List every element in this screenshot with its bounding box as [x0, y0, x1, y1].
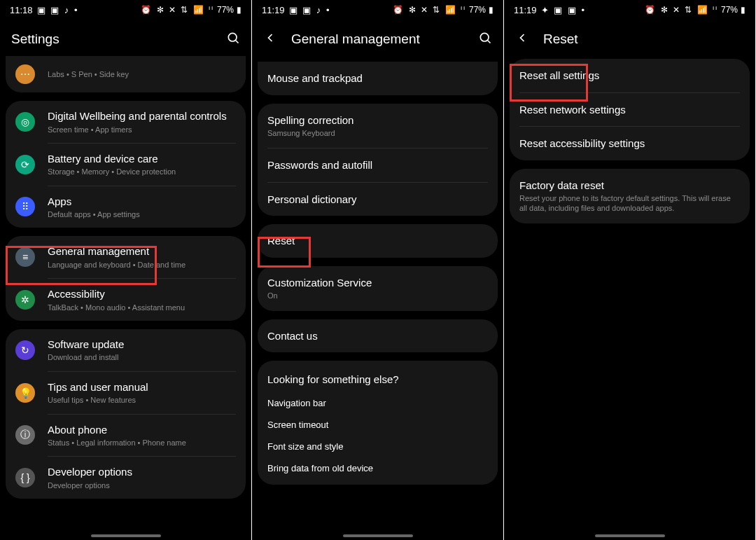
status-bar: 11:18 ▣ ▣ ♪ • ⏰ ✻ ✕ ⇅ 📶 ᴵᴵ 77% ▮ [0, 0, 251, 20]
page-title: Reset [543, 32, 744, 47]
battery-pct: 77% [721, 5, 738, 15]
row-sub: Status • Legal information • Phone name [48, 438, 236, 448]
row-reset-accessibility-settings[interactable]: Reset accessibility settings [510, 127, 750, 160]
digital-wellbeing-and-parental-controls-icon: ◎ [15, 112, 35, 132]
back-button[interactable] [515, 31, 529, 48]
row-sub: Language and keyboard • Date and time [48, 260, 236, 270]
battery-pct: 77% [469, 5, 486, 15]
status-left-icons: ✦ ▣ ▣ • [541, 5, 586, 15]
row-sub: On [267, 291, 488, 300]
row-sub: Screen time • App timers [48, 125, 236, 134]
nav-handle[interactable] [595, 534, 665, 537]
row-title: Reset [267, 234, 488, 248]
battery-and-device-care-icon: ⟳ [15, 155, 35, 174]
row-title: Tips and user manual [48, 380, 236, 394]
settings-row-general-management[interactable]: ≡General managementLanguage and keyboard… [6, 236, 246, 278]
row-title: Accessibility [48, 287, 236, 301]
row-reset-all-settings[interactable]: Reset all settings [510, 59, 750, 92]
battery-pct: 77% [217, 5, 234, 15]
row-sub: TalkBack • Mono audio • Assistant menu [48, 303, 236, 312]
settings-card-c: ↻Software updateDownload and install💡Tip… [6, 329, 246, 499]
row-title: Reset all settings [519, 69, 740, 83]
row-title: Reset network settings [519, 103, 740, 117]
settings-card-partial: ⋯ Labs • S Pen • Side key [6, 56, 246, 92]
suggestion-navigation-bar[interactable]: Navigation bar [258, 392, 498, 414]
row-reset-network-settings[interactable]: Reset network settings [510, 93, 750, 127]
settings-row-battery-and-device-care[interactable]: ⟳Battery and device careStorage • Memory… [6, 144, 246, 186]
row-title: Mouse and trackpad [267, 71, 488, 85]
settings-row-developer-options[interactable]: { }Developer optionsDeveloper options [6, 457, 246, 499]
search-icon[interactable] [226, 31, 240, 48]
suggestion-font-size-and-style[interactable]: Font size and style [258, 436, 498, 457]
nav-handle[interactable] [91, 534, 161, 537]
suggestion-screen-timeout[interactable]: Screen timeout [258, 414, 498, 436]
row-title: Reset accessibility settings [519, 137, 740, 151]
settings-card-b: ≡General managementLanguage and keyboard… [6, 236, 246, 321]
battery-icon: ▮ [741, 5, 746, 15]
row-title: Developer options [48, 465, 236, 479]
suggestion-bring-data-from-old-device[interactable]: Bring data from old device [258, 457, 498, 479]
row-title: Customization Service [267, 276, 488, 290]
settings-row-apps[interactable]: ⠿AppsDefault apps • App settings [6, 186, 246, 228]
gm-card-e: Contact us [258, 319, 498, 353]
status-bar: 11:19 ▣ ▣ ♪ • ⏰ ✻ ✕ ⇅ 📶 ᴵᴵ 77% ▮ [252, 0, 503, 20]
phone-pane-3: 11:19 ✦ ▣ ▣ • ⏰ ✻ ✕ ⇅ 📶 ᴵᴵ 77% ▮ Reset R… [504, 0, 756, 540]
battery-icon: ▮ [237, 5, 241, 15]
row-title: Personal dictionary [267, 193, 488, 207]
appbar: General management [252, 20, 503, 59]
svg-point-0 [228, 33, 237, 41]
gm-card-c: Reset [258, 224, 498, 258]
row-sub: Samsung Keyboard [267, 128, 488, 138]
row-contact-us[interactable]: Contact us [258, 319, 498, 353]
status-right-icons: ⏰ ✻ ✕ ⇅ 📶 ᴵᴵ [141, 5, 214, 15]
battery-icon: ▮ [489, 5, 493, 15]
row-sub: Useful tips • New features [48, 395, 236, 405]
settings-row-about-phone[interactable]: ⓘAbout phoneStatus • Legal information •… [6, 415, 246, 457]
row-sub: Storage • Memory • Device protection [48, 167, 236, 176]
page-title: General management [291, 32, 464, 47]
clock: 11:19 [514, 5, 537, 15]
row-customization-service[interactable]: Customization ServiceOn [258, 266, 498, 311]
row-title: Software update [48, 338, 236, 352]
row-factory-data-reset[interactable]: Factory data resetReset your phone to it… [510, 169, 750, 223]
gm-card-b: Spelling correctionSamsung KeyboardPassw… [258, 104, 498, 216]
back-button[interactable] [263, 31, 277, 48]
settings-card-a: ◎Digital Wellbeing and parental controls… [6, 101, 246, 228]
row-title: Spelling correction [267, 113, 488, 127]
settings-row-accessibility[interactable]: ✲AccessibilityTalkBack • Mono audio • As… [6, 279, 246, 321]
row-title: About phone [48, 423, 236, 437]
gm-card-a: Mouse and trackpad [258, 62, 498, 95]
phone-pane-1: 11:18 ▣ ▣ ♪ • ⏰ ✻ ✕ ⇅ 📶 ᴵᴵ 77% ▮ Setting… [0, 0, 252, 540]
row-mouse-and-trackpad[interactable]: Mouse and trackpad [258, 62, 498, 95]
appbar: Reset [504, 20, 755, 59]
appbar: Settings [0, 20, 251, 59]
svg-line-3 [488, 41, 491, 43]
tips-and-user-manual-icon: 💡 [15, 383, 35, 403]
status-bar: 11:19 ✦ ▣ ▣ • ⏰ ✻ ✕ ⇅ 📶 ᴵᴵ 77% ▮ [504, 0, 755, 20]
settings-row-advanced[interactable]: ⋯ Labs • S Pen • Side key [6, 56, 246, 92]
settings-row-digital-wellbeing-and-parental-controls[interactable]: ◎Digital Wellbeing and parental controls… [6, 101, 246, 143]
settings-row-software-update[interactable]: ↻Software updateDownload and install [6, 329, 246, 371]
svg-point-2 [480, 33, 489, 41]
apps-icon: ⠿ [15, 197, 35, 216]
developer-options-icon: { } [15, 468, 35, 487]
about-phone-icon: ⓘ [15, 425, 35, 445]
row-title: Battery and device care [48, 152, 236, 166]
gm-card-d: Customization ServiceOn [258, 266, 498, 311]
row-passwords-and-autofill[interactable]: Passwords and autofill [258, 148, 498, 182]
status-left-icons: ▣ ▣ ♪ • [289, 5, 331, 15]
row-title: Passwords and autofill [267, 158, 488, 172]
row-reset[interactable]: Reset [258, 224, 498, 258]
nav-handle[interactable] [343, 534, 413, 537]
row-sub: Reset your phone to its factory default … [519, 193, 740, 214]
reset-card-a: Reset all settingsReset network settings… [510, 59, 750, 160]
row-title: General management [48, 244, 236, 258]
general-management-icon: ≡ [15, 247, 35, 267]
row-personal-dictionary[interactable]: Personal dictionary [258, 183, 498, 216]
row-title: Factory data reset [519, 179, 740, 193]
search-icon[interactable] [478, 31, 492, 48]
row-sub: Developer options [48, 480, 236, 490]
looking-header: Looking for something else? [258, 361, 498, 392]
row-spelling-correction[interactable]: Spelling correctionSamsung Keyboard [258, 104, 498, 148]
settings-row-tips-and-user-manual[interactable]: 💡Tips and user manualUseful tips • New f… [6, 372, 246, 414]
